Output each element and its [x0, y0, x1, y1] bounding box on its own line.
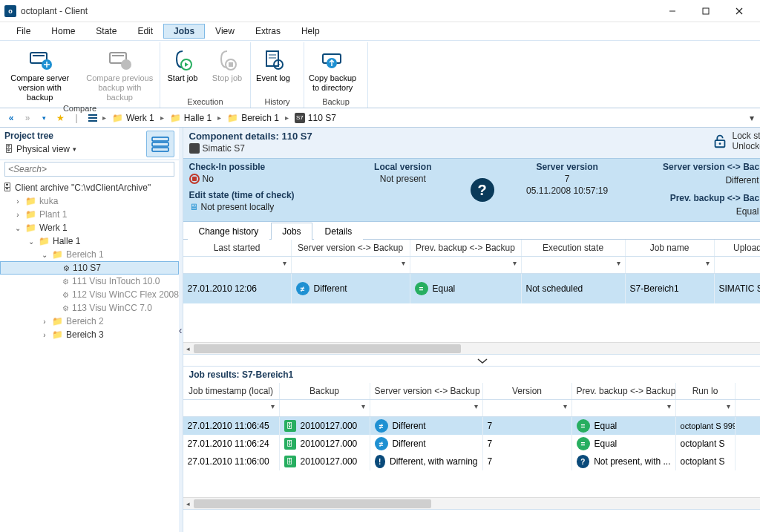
col-header[interactable]: Prev. backup <-> Backup [410, 240, 522, 256]
scroll-left-icon[interactable]: ◂ [183, 498, 194, 510]
database-icon: 🗄 [4, 144, 13, 154]
col-filter[interactable] [522, 257, 626, 273]
breadcrumb-bereich1[interactable]: 📁 Bereich 1 [224, 113, 282, 123]
list-view-icon[interactable] [86, 111, 99, 125]
col-filter[interactable] [183, 400, 280, 416]
tree-node-110s7[interactable]: ⚙110 S7 [0, 261, 179, 275]
results-row[interactable]: 27.01.2010 11:06:00 🗄20100127.000 !Diffe… [183, 453, 760, 470]
col-filter[interactable] [292, 257, 410, 273]
tab-change-history[interactable]: Change history [188, 223, 270, 240]
tab-details[interactable]: Details [314, 223, 364, 240]
folder-icon: 📁 [25, 209, 36, 220]
results-row[interactable]: 27.01.2010 11:06:45 🗄20100127.000 ≠Diffe… [183, 417, 760, 435]
jobs-row[interactable]: 27.01.2010 12:06 ≠Different =Equal Not s… [183, 274, 760, 303]
horizontal-scrollbar[interactable]: ◂ ▸ [183, 342, 760, 354]
stop-job-button[interactable]: Stop job [205, 44, 249, 97]
nav-back-icon[interactable]: « [4, 111, 18, 125]
menu-state[interactable]: State [85, 24, 127, 39]
folder-icon: 📁 [227, 113, 238, 123]
menu-edit[interactable]: Edit [127, 24, 163, 39]
view-mode[interactable]: Physical view [16, 144, 70, 154]
compare-server-backup-button[interactable]: Compare server version with backup [0, 44, 80, 104]
breadcrumb-dropdown-icon[interactable]: ▾ [747, 113, 757, 123]
ribbon-group-backup: Backup [304, 97, 367, 108]
col-header[interactable]: Version [483, 383, 572, 399]
tree-node[interactable]: ›📁kuka [0, 194, 179, 208]
expand-icon[interactable]: › [40, 318, 49, 326]
menu-jobs[interactable]: Jobs [163, 24, 205, 39]
col-header[interactable]: Upload [715, 240, 760, 256]
menu-view[interactable]: View [205, 24, 245, 39]
scroll-thumb[interactable] [194, 499, 431, 508]
tree-node-werk1[interactable]: ⌄📁Werk 1 [0, 221, 179, 234]
tree-node-bereich1[interactable]: ⌄📁Bereich 1 [0, 248, 179, 261]
checkin-value: No [203, 174, 214, 184]
menu-home[interactable]: Home [41, 24, 85, 39]
col-filter[interactable] [183, 257, 292, 273]
breadcrumb-halle1[interactable]: 📁 Halle 1 [167, 113, 214, 123]
col-header[interactable]: Execution state [522, 240, 626, 256]
favorite-star-icon[interactable]: ★ [53, 111, 67, 125]
tree-root[interactable]: 🗄 Client archive "C:\vdClientArchive" [0, 181, 179, 194]
horizontal-scrollbar[interactable]: ◂ ▸ [183, 497, 760, 509]
titlebar: o octoplant - Client [0, 0, 760, 22]
col-filter[interactable] [410, 257, 522, 273]
collapse-icon[interactable]: ⌄ [40, 251, 49, 259]
col-header[interactable]: Server version <-> Backup [370, 383, 483, 399]
nav-dropdown-icon[interactable]: ▾ [37, 111, 50, 125]
expand-icon[interactable]: › [13, 211, 22, 219]
col-filter[interactable] [370, 400, 483, 416]
compare-prev-backup-button[interactable]: Compare previous backup with backup [80, 44, 160, 104]
breadcrumb-110s7[interactable]: S7 110 S7 [292, 113, 339, 123]
event-log-button[interactable]: Event log [251, 44, 295, 97]
svg-rect-19 [88, 114, 97, 116]
tree-node[interactable]: ⚙111 Visu InTouch 10.0 [0, 275, 179, 288]
menu-extras[interactable]: Extras [245, 24, 291, 39]
tree-node-halle1[interactable]: ⌄📁Halle 1 [0, 234, 179, 248]
simatic-icon [189, 143, 200, 154]
col-filter[interactable] [572, 400, 676, 416]
col-header[interactable]: Prev. backup <-> Backup [572, 383, 676, 399]
scroll-thumb[interactable] [194, 344, 461, 353]
expand-icon[interactable]: › [40, 331, 49, 339]
col-filter[interactable] [715, 257, 760, 273]
tree-node[interactable]: ›📁Bereich 2 [0, 315, 179, 328]
tree-view-toggle-button[interactable] [146, 131, 174, 157]
col-header[interactable]: Run lo [676, 383, 736, 399]
warning-badge-icon: ! [375, 455, 386, 468]
menu-help[interactable]: Help [291, 24, 330, 39]
menu-file[interactable]: File [6, 24, 41, 39]
scroll-left-icon[interactable]: ◂ [183, 343, 194, 355]
component-icon: S7 [295, 113, 305, 123]
tab-jobs[interactable]: Jobs [271, 223, 312, 240]
search-input[interactable] [4, 162, 174, 177]
col-header[interactable]: Job timestamp (local) [183, 383, 280, 399]
breadcrumb-werk1[interactable]: 📁 Werk 1 [109, 113, 157, 123]
collapse-icon[interactable]: ⌄ [13, 224, 22, 232]
col-filter[interactable] [676, 400, 736, 416]
col-filter[interactable] [626, 257, 715, 273]
expand-icon[interactable]: › [13, 197, 22, 206]
tree-node[interactable]: ⚙113 Visu WinCC 7.0 [0, 301, 179, 315]
tree-node[interactable]: ›📁Plant 1 [0, 208, 179, 221]
close-button[interactable] [722, 1, 756, 22]
col-header[interactable]: Job name [626, 240, 715, 256]
col-filter[interactable] [483, 400, 572, 416]
minimize-button[interactable] [655, 1, 689, 22]
col-header[interactable]: Server version <-> Backup [292, 240, 410, 256]
collapse-icon[interactable]: ⌄ [27, 237, 36, 246]
tree-node[interactable]: ⚙112 Visu WinCC Flex 2008 [0, 288, 179, 301]
svg-rect-24 [152, 148, 168, 151]
col-header[interactable]: Last started [183, 240, 292, 256]
tree-node[interactable]: ›📁Bereich 3 [0, 328, 179, 341]
start-job-button[interactable]: Start job [160, 44, 205, 97]
col-filter[interactable] [280, 400, 370, 416]
copy-backup-button[interactable]: Copy backup to directory [304, 44, 361, 97]
results-row[interactable]: 27.01.2010 11:06:24 🗄20100127.000 ≠Diffe… [183, 435, 760, 453]
col-header[interactable]: Backup [280, 383, 370, 399]
help-icon[interactable]: ? [471, 178, 494, 202]
maximize-button[interactable] [689, 1, 722, 22]
nav-forward-icon[interactable]: » [21, 111, 34, 125]
panel-expander[interactable] [183, 355, 760, 367]
chevron-down-icon[interactable]: ▾ [73, 145, 76, 153]
